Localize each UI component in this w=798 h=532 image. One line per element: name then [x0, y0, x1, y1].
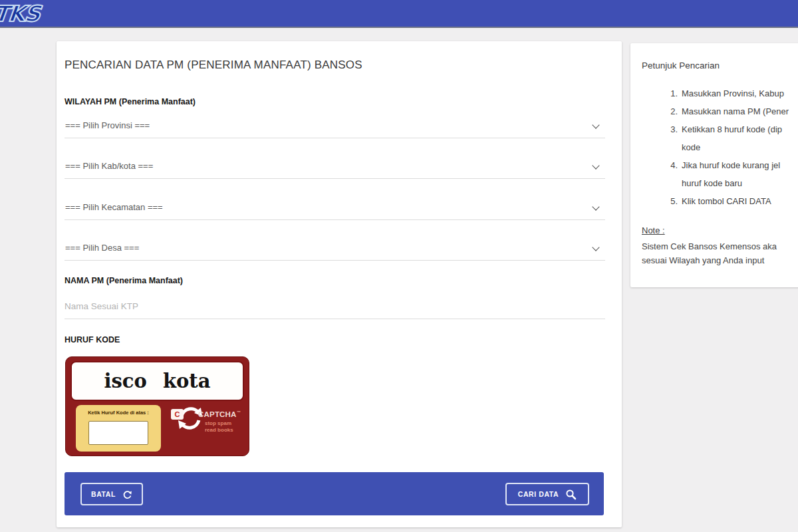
- nama-input[interactable]: [65, 294, 605, 319]
- captcha-logo-text: CAPTCHA: [198, 410, 237, 418]
- provinsi-select-value: === Pilih Provinsi ===: [65, 120, 150, 130]
- nama-section-label: NAMA PM (Penerima Manfaat): [65, 276, 183, 285]
- kabkota-select-value: === Pilih Kab/kota ===: [65, 161, 153, 171]
- provinsi-select[interactable]: === Pilih Provinsi ===: [65, 114, 605, 138]
- app-header: TKS: [0, 0, 798, 28]
- kecamatan-select[interactable]: === Pilih Kecamatan ===: [65, 196, 605, 220]
- desa-select-value: === Pilih Desa ===: [65, 243, 139, 253]
- item-number: 2.: [642, 102, 682, 120]
- chevron-down-icon: [592, 243, 599, 251]
- chevron-down-icon: [592, 203, 599, 210]
- cari-data-button[interactable]: CARI DATA: [505, 483, 589, 505]
- kabkota-select[interactable]: === Pilih Kab/kota ===: [65, 155, 605, 179]
- page-title: PENCARIAN DATA PM (PENERIMA MANFAAT) BAN…: [65, 59, 362, 72]
- note-text-line2: sesuai Wilayah yang Anda input: [642, 255, 764, 265]
- note-heading: Note :: [642, 225, 665, 235]
- captcha-challenge-text: isco kota: [70, 361, 244, 401]
- captcha-widget: isco kota Ketik Huruf Kode di atas : C C…: [65, 356, 249, 456]
- captcha-tagline-line2: read books: [205, 427, 233, 434]
- item-number: 3.: [642, 120, 682, 156]
- captcha-logo-wordmark: CAPTCHA™: [198, 410, 241, 418]
- captcha-input[interactable]: [88, 421, 148, 445]
- captcha-logo-badge: C: [171, 409, 184, 420]
- huruf-kode-section-label: HURUF KODE: [65, 335, 120, 344]
- batal-button[interactable]: BATAL: [80, 483, 143, 505]
- instructions-panel: Petunjuk Pencarian 1. Masukkan Provinsi,…: [630, 43, 798, 287]
- search-form-card: PENCARIAN DATA PM (PENERIMA MANFAAT) BAN…: [57, 41, 622, 527]
- chevron-down-icon: [592, 121, 599, 128]
- captcha-tagline: stop spam read books: [205, 420, 233, 433]
- item-text: Masukkan nama PM (Pener: [682, 102, 789, 120]
- cari-data-button-label: CARI DATA: [518, 490, 559, 498]
- item-text: huruf kode baru: [682, 174, 780, 192]
- wilayah-section-label: WILAYAH PM (Penerima Manfaat): [65, 97, 196, 106]
- batal-button-label: BATAL: [91, 490, 116, 498]
- form-action-bar: BATAL CARI DATA: [65, 472, 604, 515]
- note-text-line1: Sistem Cek Bansos Kemensos aka: [642, 241, 777, 251]
- trademark-symbol: ™: [237, 410, 241, 414]
- search-icon: [565, 489, 577, 500]
- instruction-item: 4. Jika huruf kode kurang jel huruf kode…: [642, 156, 789, 192]
- instruction-item: 5. Klik tombol CARI DATA: [642, 192, 789, 210]
- captcha-entry-box: Ketik Huruf Kode di atas :: [76, 405, 161, 452]
- refresh-icon: [122, 489, 132, 499]
- instruction-item: 2. Masukkan nama PM (Pener: [642, 102, 789, 120]
- item-text: kode: [682, 138, 782, 156]
- item-number: 1.: [642, 84, 682, 102]
- instructions-list: 1. Masukkan Provinsi, Kabup 2. Masukkan …: [642, 84, 789, 210]
- desa-select[interactable]: === Pilih Desa ===: [65, 237, 605, 261]
- instructions-heading: Petunjuk Pencarian: [642, 61, 720, 70]
- app-logo: TKS: [0, 1, 41, 27]
- item-text: Masukkan Provinsi, Kabup: [682, 84, 784, 102]
- captcha-tagline-line1: stop spam: [205, 420, 233, 427]
- instruction-item: 1. Masukkan Provinsi, Kabup: [642, 84, 789, 102]
- item-number: 5.: [642, 192, 682, 210]
- instruction-item: 3. Ketikkan 8 huruf kode (dip kode: [642, 120, 789, 156]
- item-number: 4.: [642, 156, 682, 192]
- captcha-input-label: Ketik Huruf Kode di atas :: [76, 410, 161, 416]
- chevron-down-icon: [592, 162, 599, 169]
- item-text: Ketikkan 8 huruf kode (dip: [682, 120, 782, 138]
- kecamatan-select-value: === Pilih Kecamatan ===: [65, 202, 163, 212]
- item-text: Jika huruf kode kurang jel: [682, 156, 780, 174]
- item-text: Klik tombol CARI DATA: [682, 192, 771, 210]
